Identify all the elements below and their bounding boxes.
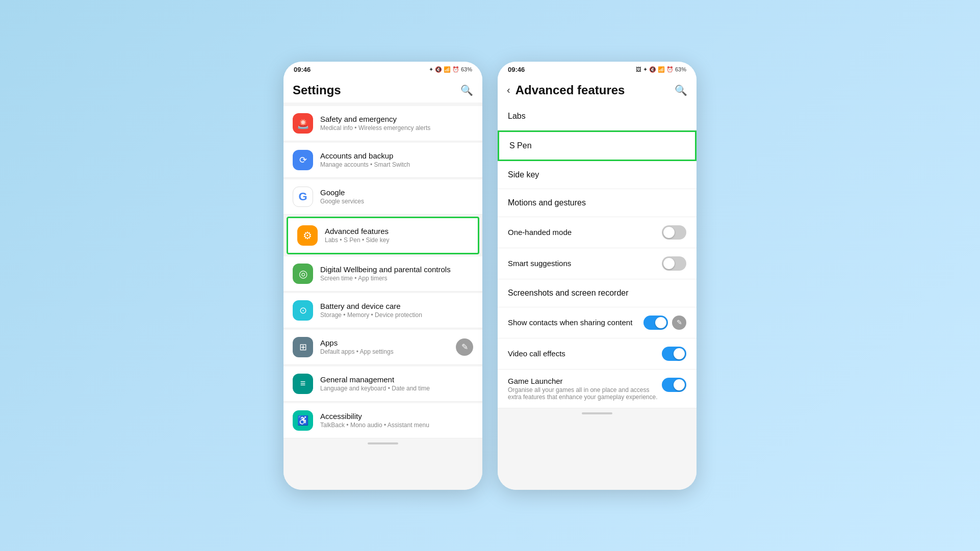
status-icons-right: 🖼 ✦ 🔇 📶 ⏰ 63% bbox=[636, 66, 686, 73]
status-bar-left: 09:46 ✦ 🔇 📶 ⏰ 63% bbox=[283, 62, 482, 78]
apps-edit-button[interactable]: ✎ bbox=[456, 338, 473, 356]
accounts-title: Accounts and backup bbox=[320, 151, 473, 160]
smart-toggle[interactable] bbox=[662, 256, 686, 271]
status-icons-left: ✦ 🔇 📶 ⏰ 63% bbox=[429, 66, 472, 73]
search-icon-right[interactable]: 🔍 bbox=[675, 84, 687, 96]
gamelauncher-title: Game Launcher bbox=[508, 377, 662, 385]
adv-item-contacts[interactable]: Show contacts when sharing content ✎ bbox=[498, 307, 697, 338]
wellbeing-sub: Screen time • App timers bbox=[320, 275, 473, 282]
scroll-indicator-right bbox=[582, 412, 612, 414]
wellbeing-title: Digital Wellbeing and parental controls bbox=[320, 265, 473, 274]
phones-container: 09:46 ✦ 🔇 📶 ⏰ 63% Settings 🔍 🚨 Safety an… bbox=[283, 62, 697, 490]
accounts-icon: ⟳ bbox=[293, 150, 313, 170]
safety-title: Safety and emergency bbox=[320, 115, 473, 123]
advanced-features-list: Labs S Pen Side key Motions and gestures… bbox=[498, 102, 697, 490]
google-title: Google bbox=[320, 188, 473, 197]
settings-item-apps[interactable]: ⊞ Apps Default apps • App settings ✎ bbox=[283, 330, 482, 365]
contacts-title: Show contacts when sharing content bbox=[508, 318, 643, 327]
scroll-indicator-left bbox=[368, 442, 398, 444]
contacts-toggle[interactable] bbox=[643, 316, 668, 330]
settings-title: Settings bbox=[293, 83, 341, 97]
spen-title: S Pen bbox=[509, 141, 685, 150]
apps-title: Apps bbox=[320, 338, 449, 347]
adv-item-videocall[interactable]: Video call effects bbox=[498, 338, 697, 370]
adv-item-sidekey[interactable]: Side key bbox=[498, 161, 697, 189]
adv-item-smart[interactable]: Smart suggestions bbox=[498, 248, 697, 279]
back-button[interactable]: ‹ bbox=[507, 84, 510, 96]
settings-item-accessibility[interactable]: ♿ Accessibility TalkBack • Mono audio • … bbox=[283, 403, 482, 438]
adv-item-motions[interactable]: Motions and gestures bbox=[498, 189, 697, 217]
adv-item-labs[interactable]: Labs bbox=[498, 102, 697, 130]
onehanded-title: One-handed mode bbox=[508, 228, 662, 237]
contacts-edit-button[interactable]: ✎ bbox=[672, 316, 686, 330]
videocall-title: Video call effects bbox=[508, 349, 662, 358]
gamelauncher-toggle[interactable] bbox=[662, 378, 686, 392]
accessibility-title: Accessibility bbox=[320, 412, 473, 421]
settings-item-general[interactable]: ≡ General management Language and keyboa… bbox=[283, 366, 482, 402]
onehanded-toggle[interactable] bbox=[662, 225, 686, 240]
videocall-toggle[interactable] bbox=[662, 347, 686, 361]
google-sub: Google services bbox=[320, 198, 473, 205]
adv-item-onehanded[interactable]: One-handed mode bbox=[498, 217, 697, 248]
accessibility-icon: ♿ bbox=[293, 410, 313, 431]
adv-item-gamelauncher[interactable]: Game Launcher Organise all your games al… bbox=[498, 370, 697, 408]
accounts-sub: Manage accounts • Smart Switch bbox=[320, 161, 473, 168]
settings-list: 🚨 Safety and emergency Medical info • Wi… bbox=[283, 102, 482, 490]
labs-title: Labs bbox=[508, 112, 686, 121]
status-time-right: 09:46 bbox=[508, 66, 525, 73]
settings-item-advanced[interactable]: ⚙ Advanced features Labs • S Pen • Side … bbox=[287, 217, 479, 254]
settings-item-wellbeing[interactable]: ◎ Digital Wellbeing and parental control… bbox=[283, 256, 482, 292]
general-sub: Language and keyboard • Date and time bbox=[320, 385, 473, 392]
settings-item-google[interactable]: G Google Google services bbox=[283, 179, 482, 215]
advanced-title: Advanced features bbox=[325, 227, 469, 235]
advanced-features-title: Advanced features bbox=[515, 83, 625, 97]
accessibility-sub: TalkBack • Mono audio • Assistant menu bbox=[320, 422, 473, 429]
google-icon: G bbox=[293, 187, 313, 207]
battery-icon: ⊙ bbox=[293, 300, 313, 321]
screenshots-title: Screenshots and screen recorder bbox=[508, 288, 686, 298]
adv-item-screenshots[interactable]: Screenshots and screen recorder bbox=[498, 279, 697, 307]
adv-item-spen[interactable]: S Pen bbox=[498, 130, 697, 161]
smart-title: Smart suggestions bbox=[508, 259, 662, 268]
settings-item-battery[interactable]: ⊙ Battery and device care Storage • Memo… bbox=[283, 293, 482, 328]
advanced-icon: ⚙ bbox=[297, 225, 318, 246]
battery-title: Battery and device care bbox=[320, 302, 473, 310]
right-phone: 09:46 🖼 ✦ 🔇 📶 ⏰ 63% ‹ Advanced features … bbox=[498, 62, 697, 490]
battery-sub: Storage • Memory • Device protection bbox=[320, 311, 473, 319]
gamelauncher-sub: Organise all your games all in one place… bbox=[508, 386, 662, 401]
app-bar-left: Settings 🔍 bbox=[283, 78, 482, 102]
advanced-sub: Labs • S Pen • Side key bbox=[325, 237, 469, 244]
safety-sub: Medical info • Wireless emergency alerts bbox=[320, 124, 473, 132]
settings-item-safety[interactable]: 🚨 Safety and emergency Medical info • Wi… bbox=[283, 106, 482, 141]
general-icon: ≡ bbox=[293, 374, 313, 394]
app-bar-right: ‹ Advanced features 🔍 bbox=[498, 78, 697, 102]
general-title: General management bbox=[320, 375, 473, 384]
safety-icon: 🚨 bbox=[293, 113, 313, 134]
status-bar-right: 09:46 🖼 ✦ 🔇 📶 ⏰ 63% bbox=[498, 62, 697, 78]
left-phone: 09:46 ✦ 🔇 📶 ⏰ 63% Settings 🔍 🚨 Safety an… bbox=[283, 62, 482, 490]
settings-item-accounts[interactable]: ⟳ Accounts and backup Manage accounts • … bbox=[283, 143, 482, 178]
search-icon-left[interactable]: 🔍 bbox=[460, 84, 473, 96]
status-time-left: 09:46 bbox=[294, 66, 311, 73]
apps-icon: ⊞ bbox=[293, 337, 313, 357]
apps-sub: Default apps • App settings bbox=[320, 348, 449, 355]
motions-title: Motions and gestures bbox=[508, 198, 686, 207]
wellbeing-icon: ◎ bbox=[293, 264, 313, 284]
sidekey-title: Side key bbox=[508, 170, 686, 179]
